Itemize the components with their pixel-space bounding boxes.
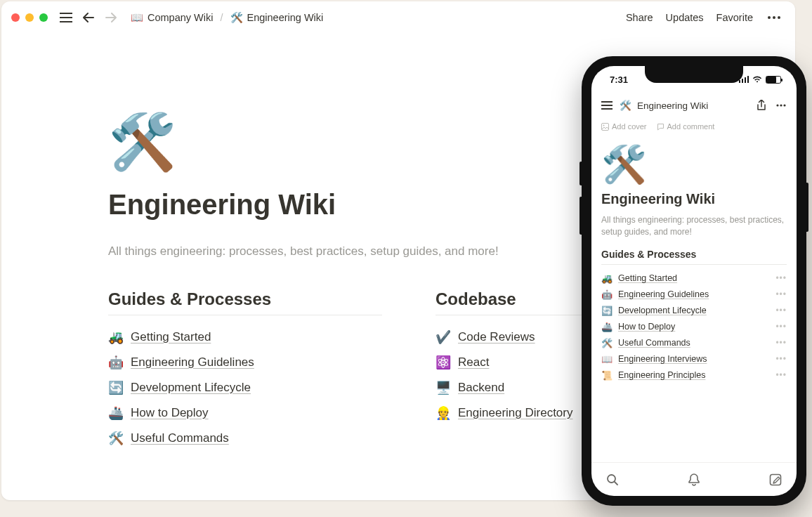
mobile-bottom-bar (591, 462, 797, 496)
mobile-page-link[interactable]: 📜Engineering Principles••• (601, 367, 787, 384)
page-description[interactable]: All things engineering: processes, best … (108, 244, 577, 258)
page-link-label: Code Reviews (458, 330, 535, 344)
mobile-share-button[interactable] (754, 98, 768, 112)
mobile-page-link[interactable]: 📖Engineering Interviews••• (601, 351, 787, 367)
mobile-page-description[interactable]: All things engineering: processes, best … (601, 214, 787, 239)
item-more-icon[interactable]: ••• (775, 322, 787, 332)
arrow-left-icon (83, 13, 94, 22)
hamburger-icon (60, 13, 72, 22)
mobile-notifications-button[interactable] (687, 473, 701, 487)
ship-icon: 🚢 (108, 405, 124, 421)
page-content: 🛠️ Engineering Wiki All things engineeri… (1, 34, 577, 446)
share-button[interactable]: Share (626, 12, 653, 23)
atom-icon: ⚛️ (436, 355, 451, 370)
svg-point-0 (768, 16, 771, 19)
breadcrumb-label: Engineering Wiki (247, 12, 324, 23)
page-link[interactable]: 🚜Getting Started (108, 329, 382, 345)
page-link[interactable]: 🚢How to Deploy (108, 405, 382, 421)
mobile-section-heading[interactable]: Guides & Processes (601, 249, 787, 265)
arrow-right-icon (105, 13, 117, 22)
share-icon (757, 100, 766, 111)
item-more-icon[interactable]: ••• (775, 289, 787, 299)
tools-icon: 🛠️ (230, 12, 243, 24)
phone-notch (645, 66, 743, 83)
wifi-icon (752, 76, 762, 83)
ellipsis-icon (776, 104, 786, 107)
close-window-button[interactable] (11, 13, 20, 22)
mobile-page-link[interactable]: 🤖Engineering Guidelines••• (601, 287, 787, 303)
mobile-menu-button[interactable] (600, 98, 614, 112)
mobile-link-label: Engineering Guidelines (618, 289, 770, 299)
svg-point-3 (776, 104, 778, 106)
add-cover-button[interactable]: Add cover (601, 122, 647, 131)
mobile-page-link[interactable]: 🚢How to Deploy••• (601, 319, 787, 335)
minimize-window-button[interactable] (25, 13, 34, 22)
search-icon (606, 473, 619, 486)
page-link-label: Backend (458, 381, 504, 395)
comment-icon (657, 123, 664, 131)
phone-screen: 7:31 🛠️ Engineering Wiki A (591, 66, 797, 496)
tractor-icon: 🚜 (601, 273, 613, 284)
page-link[interactable]: 🔄Development Lifecycle (108, 380, 382, 395)
mobile-more-button[interactable] (774, 98, 788, 112)
updates-button[interactable]: Updates (666, 12, 704, 23)
mobile-page-icon[interactable]: 🛠️ (601, 146, 787, 183)
sidebar-toggle-button[interactable] (58, 9, 74, 26)
add-comment-button[interactable]: Add comment (657, 122, 715, 131)
mobile-compose-button[interactable] (768, 473, 782, 487)
column-guides: Guides & Processes 🚜Getting Started 🤖Eng… (108, 289, 382, 446)
page-link-label: Getting Started (131, 330, 211, 344)
forward-button[interactable] (103, 9, 119, 26)
page-title[interactable]: Engineering Wiki (108, 189, 577, 221)
favorite-button[interactable]: Favorite (716, 12, 753, 23)
mobile-page-link[interactable]: 🚜Getting Started••• (601, 270, 787, 287)
item-more-icon[interactable]: ••• (775, 370, 787, 380)
titlebar: 📖 Company Wiki / 🛠️ Engineering Wiki Sha… (1, 1, 795, 34)
breadcrumb-item-company-wiki[interactable]: 📖 Company Wiki (128, 11, 216, 25)
page-link-label: Engineering Guidelines (131, 355, 254, 369)
mobile-hints: Add cover Add comment (591, 118, 797, 133)
breadcrumb: 📖 Company Wiki / 🛠️ Engineering Wiki (128, 11, 326, 25)
more-button[interactable] (766, 9, 782, 26)
mobile-search-button[interactable] (605, 473, 620, 487)
image-icon (601, 123, 609, 131)
page-link[interactable]: 🛠️Useful Commands (108, 431, 382, 446)
battery-icon (766, 76, 781, 84)
breadcrumb-label: Company Wiki (148, 12, 213, 23)
page-icon[interactable]: 🛠️ (108, 114, 577, 169)
svg-point-7 (603, 124, 605, 126)
maximize-window-button[interactable] (39, 13, 48, 22)
bell-icon (688, 473, 700, 486)
mobile-topbar-title: Engineering Wiki (637, 100, 708, 111)
mobile-page-link[interactable]: 🛠️Useful Commands••• (601, 335, 787, 351)
page-link-label: How to Deploy (131, 406, 209, 420)
worker-icon: 👷 (436, 405, 451, 421)
svg-rect-6 (602, 123, 609, 130)
tractor-icon: 🚜 (108, 329, 124, 345)
item-more-icon[interactable]: ••• (775, 354, 787, 364)
item-more-icon[interactable]: ••• (775, 273, 787, 283)
tools-icon: 🛠️ (620, 100, 631, 111)
link-list-guides: 🚜Getting Started 🤖Engineering Guidelines… (108, 329, 382, 446)
scroll-icon: 📜 (601, 370, 613, 381)
book-icon: 📖 (601, 354, 613, 365)
window-controls (11, 13, 48, 22)
ship-icon: 🚢 (601, 322, 613, 332)
robot-icon: 🤖 (601, 289, 613, 300)
page-link[interactable]: 🤖Engineering Guidelines (108, 355, 382, 370)
svg-point-4 (780, 104, 782, 106)
mobile-link-label: How to Deploy (618, 322, 770, 332)
compose-icon (769, 473, 782, 486)
add-comment-label: Add comment (667, 122, 715, 131)
breadcrumb-item-engineering-wiki[interactable]: 🛠️ Engineering Wiki (228, 11, 327, 25)
mobile-link-label: Development Lifecycle (618, 306, 770, 315)
mobile-page-link[interactable]: 🔄Development Lifecycle••• (601, 303, 787, 319)
breadcrumb-separator: / (220, 12, 223, 23)
section-heading-guides[interactable]: Guides & Processes (108, 289, 382, 315)
hamburger-icon (601, 101, 613, 110)
mobile-page-title[interactable]: Engineering Wiki (601, 191, 787, 207)
svg-point-2 (778, 16, 780, 19)
back-button[interactable] (80, 9, 97, 26)
item-more-icon[interactable]: ••• (775, 338, 787, 348)
item-more-icon[interactable]: ••• (775, 306, 787, 315)
